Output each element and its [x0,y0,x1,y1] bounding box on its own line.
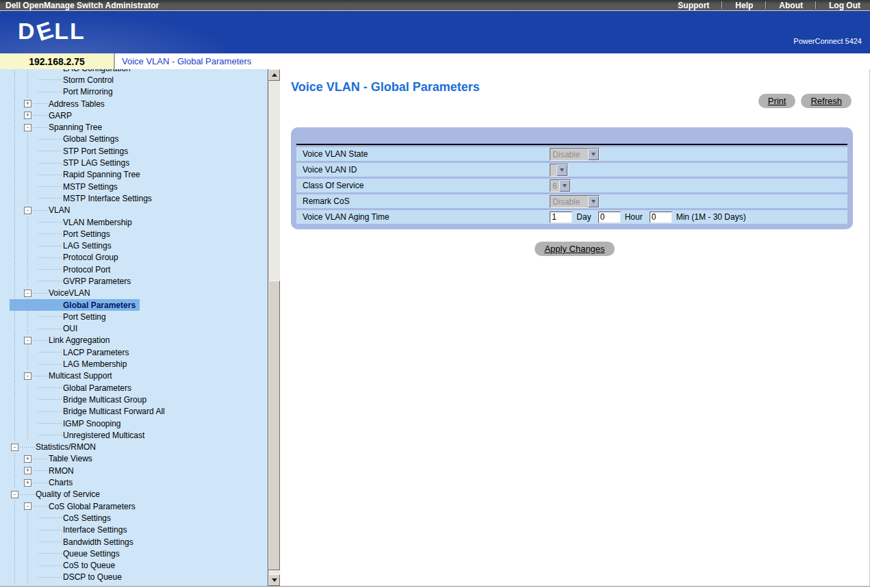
top-link-about[interactable]: About [775,1,807,10]
sidebar-item-lag-configuration[interactable]: LAG Configuration [0,69,135,74]
expand-icon[interactable]: + [24,455,31,463]
sidebar-item-global-parameters[interactable]: Global Parameters [0,299,140,311]
refresh-button[interactable]: Refresh [801,94,852,108]
sidebar-item-statistics-rmon[interactable]: -Statistics/RMON [0,442,100,453]
tree-guide-line [11,264,24,275]
sidebar-item-vlan[interactable]: -VLAN [0,205,74,216]
scrollbar-thumb[interactable] [268,281,280,570]
top-link-log-out[interactable]: Log Out [825,1,865,10]
collapse-icon[interactable]: - [24,372,31,380]
sidebar-scrollbar[interactable] [268,69,280,586]
top-link-separator [721,1,723,9]
aging-day-input[interactable] [550,212,572,223]
page-actions: Print Refresh [758,94,852,108]
dropdown-arrow-button[interactable] [559,180,570,192]
class-of-service-select[interactable]: 6 [550,179,571,192]
tree-branch-line [37,411,63,412]
sidebar-item-dscp-to-queue[interactable]: DSCP to Queue [0,572,126,583]
sidebar-item-spanning-tree[interactable]: -Spanning Tree [0,121,106,133]
sidebar-item-lag-settings[interactable]: LAG Settings [0,240,116,251]
collapse-icon[interactable]: - [24,502,31,510]
collapse-icon[interactable]: - [24,290,31,297]
form-row-class-of-service: Class Of Service6 [296,179,847,192]
sidebar-item-charts[interactable]: +Charts [0,476,77,488]
sidebar-item-cos-settings[interactable]: CoS Settings [0,512,115,524]
sidebar-item-protocol-group[interactable]: Protocol Group [0,252,123,264]
voice-vlan-id-select[interactable] [550,164,568,177]
sidebar-item-multicast-support[interactable]: -Multicast Support [0,370,116,382]
top-link-support[interactable]: Support [674,1,713,10]
tree-branch-line [37,151,63,151]
scroll-down-button[interactable] [268,574,280,586]
sidebar-item-vlan-membership[interactable]: VLAN Membership [0,216,136,228]
dell-logo: DELL [18,18,86,44]
aging-min-input[interactable] [650,212,672,223]
chevron-down-icon [591,200,596,203]
sidebar-item-global-settings[interactable]: Global Settings [0,133,123,145]
sidebar-item-stp-port-settings[interactable]: STP Port Settings [0,145,132,157]
sidebar-item-port-settings[interactable]: Port Settings [0,228,114,240]
tree-branch-line [37,316,63,317]
sidebar-item-storm-control[interactable]: Storm Control [0,74,118,86]
expand-icon[interactable]: + [24,112,31,119]
tree-guide-line [24,133,37,145]
sidebar-item-table-views[interactable]: +Table Views [0,453,97,465]
sidebar-item-lacp-parameters[interactable]: LACP Parameters [0,346,133,358]
sidebar-item-unregistered-multicast[interactable]: Unregistered Multicast [0,429,149,441]
field-label: Voice VLAN Aging Time [296,212,550,222]
sidebar-item-bridge-multicast-group[interactable]: Bridge Multicast Group [0,394,151,405]
print-button[interactable]: Print [758,94,796,108]
dropdown-arrow-button[interactable] [556,164,567,176]
sidebar-item-voicevlan[interactable]: -VoiceVLAN [0,287,94,299]
top-link-help[interactable]: Help [731,1,757,10]
collapse-icon[interactable]: - [24,337,31,344]
expand-icon[interactable]: + [24,100,31,107]
sidebar-item-stp-lag-settings[interactable]: STP LAG Settings [0,157,133,168]
sidebar-item-cos-to-queue[interactable]: CoS to Queue [0,559,119,571]
sidebar-item-garp[interactable]: +GARP [0,110,76,121]
aging-hour-input[interactable] [598,212,621,223]
tree-branch-line [31,103,49,104]
sidebar-item-lag-membership[interactable]: LAG Membership [0,358,131,370]
sidebar-item-bandwidth-settings[interactable]: Bandwidth Settings [0,536,138,548]
sidebar-item-gvrp-parameters[interactable]: GVRP Parameters [0,275,135,287]
expand-icon[interactable]: + [24,467,31,474]
apply-changes-button[interactable]: Apply Changes [535,242,614,256]
field-unit-label: Hour [625,212,643,222]
sidebar-item-port-setting[interactable]: Port Setting [0,311,110,322]
collapse-icon[interactable]: - [11,491,18,498]
sidebar-item-link-aggregation[interactable]: -Link Aggregation [0,335,114,346]
dropdown-arrow-button[interactable] [588,196,599,207]
tree-branch-line [37,233,63,234]
sidebar-item-mstp-interface-settings[interactable]: MSTP Interface Settings [0,192,156,204]
tree-guide-line [24,512,37,524]
sidebar-item-quality-of-service[interactable]: -Quality of Service [0,489,104,500]
sidebar-item-port-mirroring[interactable]: Port Mirroring [0,86,117,98]
sidebar-item-igmp-snooping[interactable]: IGMP Snooping [0,418,125,429]
sidebar-item-bridge-multicast-forward-all[interactable]: Bridge Multicast Forward All [0,406,169,418]
tree-guide-line [11,559,24,571]
tree-guide-line [11,465,24,476]
tree-guide-line [24,548,37,559]
tree-guide-line [24,311,37,322]
sidebar-item-label: Port Mirroring [63,86,117,97]
collapse-icon[interactable]: - [24,207,31,214]
sidebar-item-cos-global-parameters[interactable]: -CoS Global Parameters [0,500,140,512]
remark-cos-select[interactable]: Disable [550,195,600,208]
collapse-icon[interactable]: - [24,124,31,131]
sidebar-item-mstp-settings[interactable]: MSTP Settings [0,181,122,192]
sidebar-item-global-parameters[interactable]: Global Parameters [0,382,136,394]
field-control [550,164,847,177]
sidebar-item-queue-settings[interactable]: Queue Settings [0,548,124,559]
sidebar-item-protocol-port[interactable]: Protocol Port [0,264,114,275]
collapse-icon[interactable]: - [11,444,18,451]
expand-icon[interactable]: + [24,479,31,487]
sidebar-item-oui[interactable]: OUI [0,323,81,335]
sidebar-item-interface-settings[interactable]: Interface Settings [0,524,131,536]
sidebar-item-rapid-spanning-tree[interactable]: Rapid Spanning Tree [0,169,144,181]
voice-vlan-state-select[interactable]: Disable [550,148,600,161]
scroll-up-button[interactable] [268,69,280,81]
sidebar-item-rmon[interactable]: +RMON [0,465,78,476]
sidebar-item-address-tables[interactable]: +Address Tables [0,98,109,110]
dropdown-arrow-button[interactable] [588,149,599,160]
